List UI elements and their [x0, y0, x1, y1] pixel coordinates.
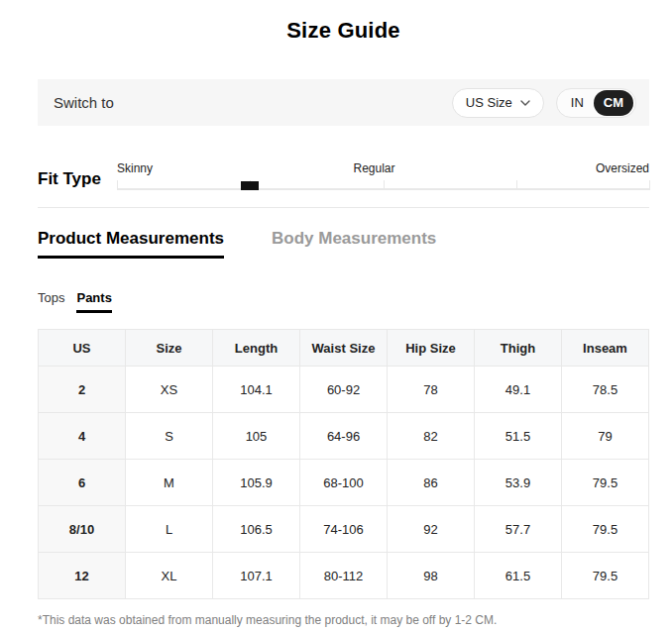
cell-thigh: 49.1 [475, 367, 562, 413]
col-header-waist-size: Waist Size [300, 330, 388, 367]
garment-subtabs: Tops Pants [38, 290, 649, 313]
chevron-down-icon [520, 100, 530, 106]
cell-us: 4 [39, 413, 126, 460]
cell-hip: 92 [388, 506, 475, 553]
col-header-thigh: Thigh [475, 330, 562, 367]
cell-waist: 64-96 [300, 413, 388, 460]
cell-us: 2 [39, 367, 126, 413]
table-row: 12 XL 107.1 80-112 98 61.5 79.5 [39, 553, 649, 599]
fit-tick [384, 180, 385, 190]
col-header-inseam: Inseam [562, 330, 649, 367]
unit-option-in[interactable]: IN [557, 95, 594, 110]
fit-stop-skinny: Skinny [117, 161, 153, 175]
section-divider [38, 207, 649, 208]
tab-product-measurements[interactable]: Product Measurements [38, 229, 224, 259]
table-row: 2 XS 104.1 60-92 78 49.1 78.5 [39, 367, 649, 413]
cell-inseam: 79.5 [562, 553, 649, 599]
cell-hip: 98 [388, 553, 475, 599]
size-measurements-table: US Size Length Waist Size Hip Size Thigh… [38, 329, 649, 599]
col-header-us: US [39, 330, 126, 367]
cell-length: 107.1 [213, 553, 300, 599]
switch-controls: US Size IN CM [452, 88, 636, 118]
unit-option-cm[interactable]: CM [594, 90, 633, 116]
fit-tick [117, 180, 118, 190]
cell-thigh: 61.5 [475, 553, 562, 599]
size-system-value: US Size [466, 95, 512, 110]
page-title: Size Guide [38, 0, 649, 44]
cell-length: 104.1 [213, 367, 300, 413]
col-header-size: Size [126, 330, 213, 367]
cell-size: L [126, 506, 213, 553]
cell-size: S [126, 413, 213, 460]
cell-size: XS [126, 367, 213, 413]
tab-body-measurements[interactable]: Body Measurements [272, 229, 436, 259]
col-header-hip-size: Hip Size [388, 330, 475, 367]
fit-type-slider: Skinny Regular Oversized [117, 161, 649, 190]
cell-length: 106.5 [213, 506, 300, 553]
fit-stop-labels: Skinny Regular Oversized [117, 161, 649, 175]
fit-stop-regular: Regular [353, 161, 394, 175]
cell-inseam: 79 [562, 413, 649, 460]
fit-slider-track[interactable] [117, 181, 649, 190]
switch-to-bar: Switch to US Size IN CM [38, 79, 649, 126]
size-guide-page: Size Guide Switch to US Size IN CM Fit T… [0, 0, 672, 627]
fit-slider-handle[interactable] [241, 181, 259, 190]
fit-tick [649, 180, 650, 190]
cell-size: XL [126, 553, 213, 599]
cell-waist: 74-106 [300, 506, 388, 553]
unit-toggle: IN CM [556, 88, 636, 118]
cell-waist: 68-100 [300, 460, 388, 506]
fit-type-section: Fit Type Skinny Regular Oversized [38, 161, 649, 190]
cell-size: M [126, 460, 213, 506]
size-system-dropdown[interactable]: US Size [452, 88, 544, 118]
cell-hip: 82 [388, 413, 475, 460]
cell-length: 105 [213, 413, 300, 460]
cell-us: 8/10 [39, 506, 126, 553]
table-row: 6 M 105.9 68-100 86 53.9 79.5 [39, 460, 649, 506]
table-header-row: US Size Length Waist Size Hip Size Thigh… [39, 330, 649, 367]
fit-type-label: Fit Type [38, 168, 117, 190]
cell-us: 12 [39, 553, 126, 599]
fit-tick [516, 180, 517, 190]
cell-thigh: 53.9 [475, 460, 562, 506]
table-row: 4 S 105 64-96 82 51.5 79 [39, 413, 649, 460]
table-header: US Size Length Waist Size Hip Size Thigh… [39, 330, 649, 367]
fit-stop-oversized: Oversized [596, 161, 649, 175]
subtab-tops[interactable]: Tops [38, 290, 64, 305]
cell-thigh: 51.5 [475, 413, 562, 460]
subtab-pants[interactable]: Pants [76, 290, 111, 313]
cell-inseam: 78.5 [562, 367, 649, 413]
switch-to-label: Switch to [54, 94, 114, 111]
cell-hip: 86 [388, 460, 475, 506]
cell-us: 6 [39, 460, 126, 506]
measurement-disclaimer: *This data was obtained from manually me… [38, 613, 649, 627]
cell-thigh: 57.7 [475, 506, 562, 553]
cell-inseam: 79.5 [562, 506, 649, 553]
table-row: 8/10 L 106.5 74-106 92 57.7 79.5 [39, 506, 649, 553]
measurement-tabs: Product Measurements Body Measurements [38, 229, 649, 259]
cell-waist: 60-92 [300, 367, 388, 413]
cell-hip: 78 [388, 367, 475, 413]
col-header-length: Length [213, 330, 300, 367]
cell-waist: 80-112 [300, 553, 388, 599]
cell-length: 105.9 [213, 460, 300, 506]
cell-inseam: 79.5 [562, 460, 649, 506]
table-body: 2 XS 104.1 60-92 78 49.1 78.5 4 S 105 64… [39, 367, 649, 599]
